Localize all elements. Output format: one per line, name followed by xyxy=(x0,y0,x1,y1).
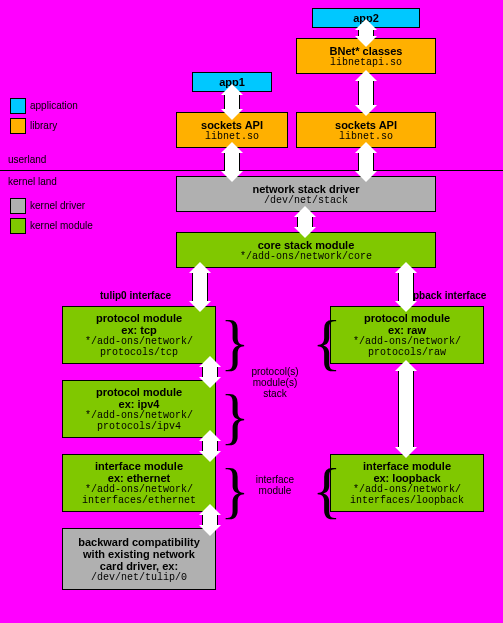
protocol-raw-path2: protocols/raw xyxy=(368,347,446,358)
legend-application: application xyxy=(10,98,78,114)
divider-line xyxy=(0,170,503,171)
arrow-app2-bnet xyxy=(358,29,374,37)
sockets-api-2-title: sockets API xyxy=(335,119,397,131)
arrow-ipv4-eth xyxy=(202,440,218,452)
kernel-module-swatch xyxy=(10,218,26,234)
arrow-core-loopback xyxy=(398,272,414,302)
protocol-stack-annotation: protocol(s) module(s) stack xyxy=(245,366,305,399)
arrow-sockets1-nsd xyxy=(224,152,240,172)
protocol-tcp-box: protocol module ex: tcp */add-ons/networ… xyxy=(62,306,216,364)
bnet-lib: libnetapi.so xyxy=(330,57,402,68)
interface-loopback-path2: interfaces/loopback xyxy=(350,495,464,506)
interface-ethernet-path2: interfaces/ethernet xyxy=(82,495,196,506)
protocol-raw-ex: ex: raw xyxy=(388,324,426,336)
core-stack-module-title: core stack module xyxy=(258,239,355,251)
protocol-raw-path1: */add-ons/network/ xyxy=(353,336,461,347)
sockets-api-1-title: sockets API xyxy=(201,119,263,131)
legend-kernel-module-label: kernel module xyxy=(30,220,93,231)
interface-ethernet-ex: ex: ethernet xyxy=(108,472,170,484)
arrow-core-tulip xyxy=(192,272,208,302)
network-stack-driver-title: network stack driver xyxy=(253,183,360,195)
interface-loopback-box: interface module ex: loopback */add-ons/… xyxy=(330,454,484,512)
arrow-sockets2-nsd xyxy=(358,152,374,172)
protocol-ipv4-ex: ex: ipv4 xyxy=(119,398,160,410)
arrow-tcp-ipv4 xyxy=(202,366,218,378)
interface-loopback-ex: ex: loopback xyxy=(373,472,440,484)
arrow-raw-loopback xyxy=(398,370,414,448)
userland-section-label: userland xyxy=(8,154,46,165)
kernel-driver-swatch xyxy=(10,198,26,214)
backward-compat-l1: backward compatibility xyxy=(78,536,200,548)
kernelland-section-label: kernel land xyxy=(8,176,57,187)
legend-kernel-driver-label: kernel driver xyxy=(30,200,85,211)
backward-compat-l3: card driver, ex: xyxy=(100,560,178,572)
legend-library-label: library xyxy=(30,120,57,131)
legend-application-label: application xyxy=(30,100,78,111)
interface-ethernet-title: interface module xyxy=(95,460,183,472)
tulip-interface-label: tulip0 interface xyxy=(100,290,171,301)
network-stack-driver-path: /dev/net/stack xyxy=(264,195,348,206)
interface-module-annotation: interface module xyxy=(245,474,305,496)
sockets-api-1-lib: libnet.so xyxy=(205,131,259,142)
protocol-tcp-path1: */add-ons/network/ xyxy=(85,336,193,347)
legend-library: library xyxy=(10,118,57,134)
core-stack-module-path: */add-ons/network/core xyxy=(240,251,372,262)
arrow-eth-compat xyxy=(202,514,218,526)
interface-ethernet-path1: */add-ons/network/ xyxy=(85,484,193,495)
interface-loopback-path1: */add-ons/network/ xyxy=(353,484,461,495)
interface-loopback-title: interface module xyxy=(363,460,451,472)
arrow-nsd-core xyxy=(297,216,313,228)
interface-ethernet-box: interface module ex: ethernet */add-ons/… xyxy=(62,454,216,512)
arrow-bnet-sockets2 xyxy=(358,80,374,106)
backward-compat-box: backward compatibility with existing net… xyxy=(62,528,216,590)
protocol-ipv4-title: protocol module xyxy=(96,386,182,398)
protocol-tcp-ex: ex: tcp xyxy=(121,324,156,336)
legend-kernel-module: kernel module xyxy=(10,218,93,234)
protocol-ipv4-box: protocol module ex: ipv4 */add-ons/netwo… xyxy=(62,380,216,438)
protocol-tcp-path2: protocols/tcp xyxy=(100,347,178,358)
protocol-raw-box: protocol module ex: raw */add-ons/networ… xyxy=(330,306,484,364)
legend-kernel-driver: kernel driver xyxy=(10,198,85,214)
sockets-api-2-lib: libnet.so xyxy=(339,131,393,142)
protocol-tcp-title: protocol module xyxy=(96,312,182,324)
backward-compat-path: /dev/net/tulip/0 xyxy=(91,572,187,583)
library-swatch xyxy=(10,118,26,134)
protocol-ipv4-path2: protocols/ipv4 xyxy=(97,421,181,432)
arrow-app1-sockets1 xyxy=(224,94,240,110)
backward-compat-l2: with existing network xyxy=(83,548,195,560)
protocol-ipv4-path1: */add-ons/network/ xyxy=(85,410,193,421)
application-swatch xyxy=(10,98,26,114)
protocol-raw-title: protocol module xyxy=(364,312,450,324)
